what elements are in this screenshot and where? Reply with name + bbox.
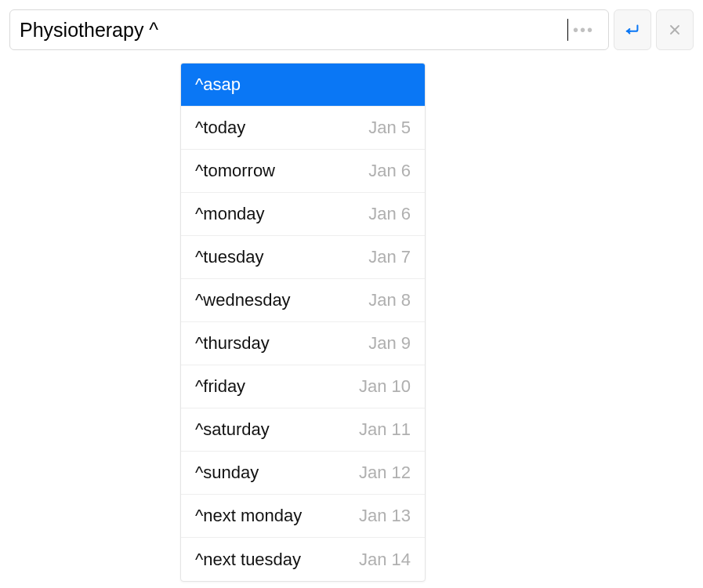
suggestion-label: ^monday: [195, 204, 265, 224]
suggestion-label: ^today: [195, 118, 245, 138]
suggestion-item[interactable]: ^mondayJan 6: [181, 193, 425, 236]
suggestion-date: Jan 8: [368, 290, 411, 310]
suggestion-label: ^tomorrow: [195, 161, 275, 181]
suggestion-date: Jan 13: [359, 506, 411, 526]
suggestion-item[interactable]: ^next mondayJan 13: [181, 495, 425, 538]
task-input[interactable]: Physiotherapy ^: [20, 19, 566, 42]
suggestion-item[interactable]: ^asap: [181, 64, 425, 107]
suggestion-item[interactable]: ^tuesdayJan 7: [181, 236, 425, 279]
suggestion-date: Jan 6: [368, 204, 411, 224]
task-input-row: Physiotherapy ^ •••: [9, 9, 694, 50]
suggestion-label: ^asap: [195, 74, 241, 95]
suggestion-label: ^sunday: [195, 463, 259, 483]
suggestion-label: ^next monday: [195, 506, 302, 526]
suggestion-label: ^next tuesday: [195, 550, 301, 570]
submit-button[interactable]: [614, 9, 651, 50]
suggestion-item[interactable]: ^fridayJan 10: [181, 365, 425, 408]
suggestion-item[interactable]: ^wednesdayJan 8: [181, 279, 425, 322]
suggestion-item[interactable]: ^saturdayJan 11: [181, 408, 425, 452]
task-input-container[interactable]: Physiotherapy ^ •••: [9, 9, 609, 50]
suggestion-date: Jan 11: [359, 419, 411, 440]
suggestion-label: ^thursday: [195, 333, 270, 354]
suggestion-item[interactable]: ^next tuesdayJan 14: [181, 538, 425, 581]
suggestion-label: ^wednesday: [195, 290, 291, 310]
suggestion-date: Jan 5: [368, 118, 411, 138]
enter-icon: [624, 21, 641, 38]
suggestion-label: ^saturday: [195, 419, 270, 440]
suggestion-date: Jan 6: [368, 161, 411, 181]
suggestion-item[interactable]: ^sundayJan 12: [181, 452, 425, 495]
suggestion-item[interactable]: ^tomorrowJan 6: [181, 150, 425, 193]
suggestion-date: Jan 14: [359, 550, 411, 570]
close-icon: [667, 22, 683, 38]
suggestion-item[interactable]: ^todayJan 5: [181, 107, 425, 150]
date-suggestion-dropdown: ^asap^todayJan 5^tomorrowJan 6^mondayJan…: [180, 63, 426, 582]
suggestion-date: Jan 9: [368, 333, 411, 354]
suggestion-item[interactable]: ^thursdayJan 9: [181, 322, 425, 365]
suggestion-label: ^friday: [195, 376, 245, 397]
suggestion-label: ^tuesday: [195, 247, 263, 267]
more-icon[interactable]: •••: [568, 21, 599, 39]
suggestion-date: Jan 10: [359, 376, 411, 397]
close-button[interactable]: [656, 9, 694, 50]
suggestion-date: Jan 7: [368, 247, 411, 267]
suggestion-date: Jan 12: [359, 463, 411, 483]
